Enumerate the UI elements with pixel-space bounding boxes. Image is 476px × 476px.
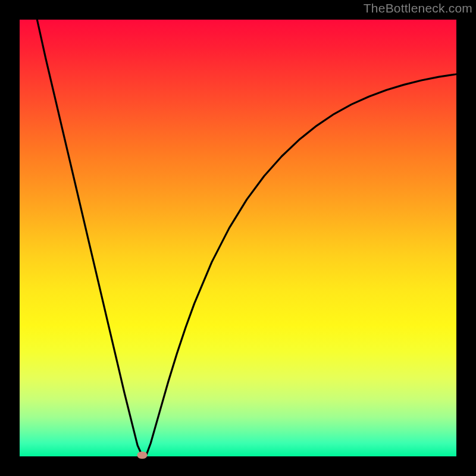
bottleneck-curve bbox=[20, 20, 456, 456]
plot-area bbox=[20, 20, 456, 456]
attribution-text: TheBottleneck.com bbox=[364, 1, 472, 15]
minimum-marker bbox=[137, 452, 147, 459]
chart-frame: TheBottleneck.com bbox=[0, 0, 476, 476]
